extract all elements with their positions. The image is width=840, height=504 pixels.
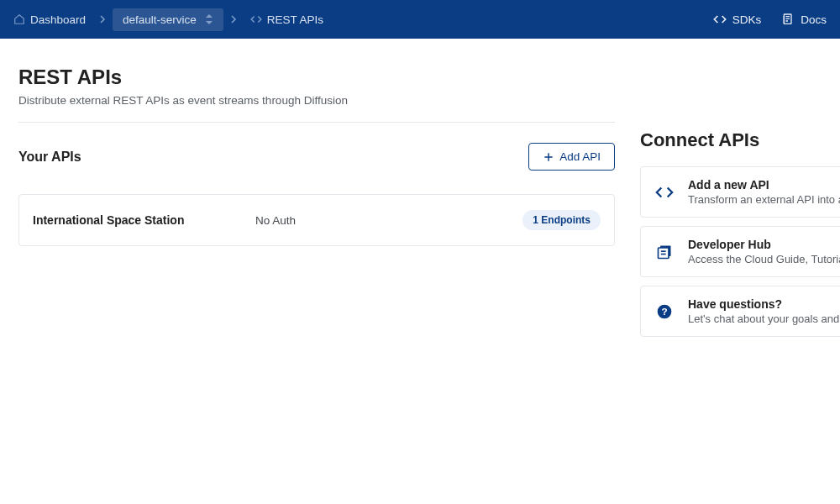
- connect-card-text: Developer Hub Access the Cloud Guide, Tu…: [688, 238, 840, 265]
- connect-card-text: Have questions? Let's chat about your go…: [688, 297, 840, 325]
- code-icon: [654, 183, 675, 202]
- chevron-right-icon: [227, 13, 240, 26]
- sdks-label: SDKs: [732, 13, 762, 26]
- page-body: REST APIs Distribute external REST APIs …: [0, 39, 840, 345]
- connect-card-questions[interactable]: ? Have questions? Let's chat about your …: [640, 286, 840, 337]
- question-icon: ?: [654, 303, 675, 320]
- topbar: Dashboard default-service: [0, 0, 840, 39]
- docs-icon: [781, 13, 795, 26]
- docs-link[interactable]: Docs: [781, 13, 827, 26]
- plus-icon: [543, 151, 554, 163]
- breadcrumb-dashboard[interactable]: Dashboard: [7, 10, 92, 29]
- your-apis-header: Your APIs Add API: [18, 143, 615, 171]
- library-icon: [654, 244, 675, 260]
- connect-card-add-api[interactable]: Add a new API Transform an external API …: [640, 166, 840, 218]
- breadcrumb-current[interactable]: REST APIs: [244, 10, 330, 29]
- sdks-link[interactable]: SDKs: [713, 13, 762, 26]
- divider: [18, 122, 615, 123]
- breadcrumb: Dashboard default-service: [7, 8, 330, 31]
- chevron-right-icon: [96, 13, 109, 26]
- connect-card-title: Have questions?: [688, 297, 840, 311]
- code-icon: [250, 13, 262, 25]
- side-column: Connect APIs Add a new API Transform an …: [640, 66, 840, 345]
- connect-card-text: Add a new API Transform an external API …: [688, 178, 840, 206]
- api-auth: No Auth: [255, 214, 522, 227]
- page-title: REST APIs: [18, 66, 615, 89]
- svg-text:?: ?: [661, 306, 667, 317]
- home-icon: [13, 13, 25, 25]
- svg-rect-3: [661, 250, 666, 252]
- docs-label: Docs: [801, 13, 827, 26]
- api-name: International Space Station: [33, 213, 255, 227]
- code-icon: [713, 13, 727, 26]
- sort-icon: [205, 13, 213, 25]
- add-api-label: Add API: [559, 150, 601, 163]
- api-row[interactable]: International Space Station No Auth 1 En…: [18, 194, 615, 246]
- connect-card-subtitle: Transform an external API into a realtim…: [688, 193, 840, 206]
- breadcrumb-dashboard-label: Dashboard: [30, 13, 86, 26]
- your-apis-heading: Your APIs: [18, 150, 81, 165]
- connect-card-subtitle: Access the Cloud Guide, Tutorials and mo…: [688, 253, 840, 265]
- breadcrumb-current-label: REST APIs: [267, 13, 323, 26]
- main-column: REST APIs Distribute external REST APIs …: [18, 66, 640, 345]
- breadcrumb-service-label: default-service: [123, 13, 197, 26]
- add-api-button[interactable]: Add API: [528, 143, 615, 171]
- svg-rect-2: [659, 248, 669, 259]
- page-subtitle: Distribute external REST APIs as event s…: [18, 94, 615, 107]
- connect-card-title: Developer Hub: [688, 238, 840, 251]
- topbar-right: SDKs Docs: [713, 13, 827, 26]
- connect-card-title: Add a new API: [688, 178, 840, 192]
- api-endpoints-badge: 1 Endpoints: [522, 210, 601, 230]
- connect-heading: Connect APIs: [640, 129, 840, 151]
- breadcrumb-service-selector[interactable]: default-service: [113, 8, 223, 31]
- connect-card-developer-hub[interactable]: Developer Hub Access the Cloud Guide, Tu…: [640, 226, 840, 277]
- connect-card-subtitle: Let's chat about your goals and needs: [688, 312, 840, 325]
- svg-rect-4: [661, 253, 666, 255]
